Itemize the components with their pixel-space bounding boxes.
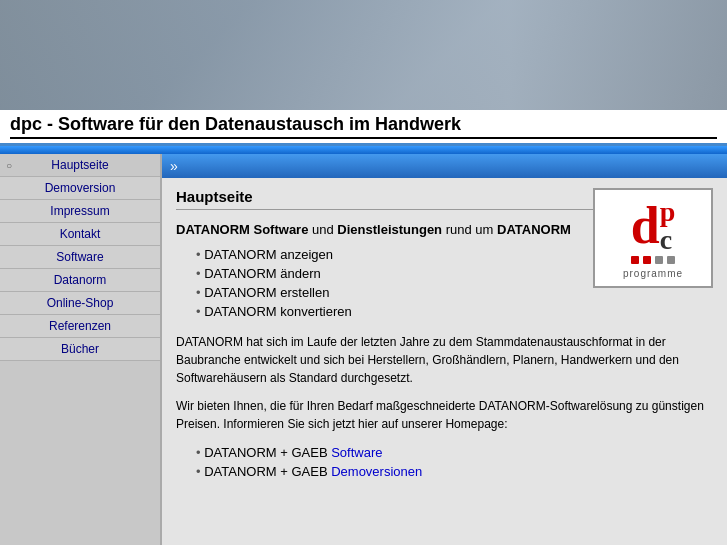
title-bar: dpc - Software für den Datenaustausch im… xyxy=(0,110,727,146)
sidebar: ○ Hauptseite Demoversion Impressum Konta… xyxy=(0,154,160,545)
dpc-dot-3 xyxy=(655,256,663,264)
sidebar-link-datanorm[interactable]: Datanorm xyxy=(54,273,107,287)
subtitle-dienstleistungen: Dienstleistungen xyxy=(337,222,442,237)
paragraph-2: Wir bieten Ihnen, die für Ihren Bedarf m… xyxy=(176,397,713,433)
content-top-bar: » xyxy=(162,154,727,178)
bottom-bullet-1-link[interactable]: Software xyxy=(331,445,382,460)
dpc-dots xyxy=(631,256,675,264)
dpc-right: p c xyxy=(660,198,676,254)
blue-divider xyxy=(0,146,727,154)
sidebar-item-online-shop[interactable]: Online-Shop xyxy=(0,292,160,315)
bottom-bullet-2: DATANORM + GAEB Demoversionen xyxy=(196,462,713,481)
sidebar-item-referenzen[interactable]: Referenzen xyxy=(0,315,160,338)
sidebar-link-referenzen[interactable]: Referenzen xyxy=(49,319,111,333)
bottom-bullet-2-link[interactable]: Demoversionen xyxy=(331,464,422,479)
main-container: ○ Hauptseite Demoversion Impressum Konta… xyxy=(0,154,727,545)
bullet-item-4: DATANORM konvertieren xyxy=(196,302,713,321)
dpc-letter-p: p xyxy=(660,198,676,226)
sidebar-link-impressum[interactable]: Impressum xyxy=(50,204,109,218)
sidebar-link-online-shop[interactable]: Online-Shop xyxy=(47,296,114,310)
bottom-bullet-list: DATANORM + GAEB Software DATANORM + GAEB… xyxy=(196,443,713,481)
dpc-dot-2 xyxy=(643,256,651,264)
sidebar-nav: ○ Hauptseite Demoversion Impressum Konta… xyxy=(0,154,160,361)
dpc-logo: d p c programme xyxy=(593,188,713,288)
sidebar-link-buecher[interactable]: Bücher xyxy=(61,342,99,356)
content-body: d p c programme Hauptseite DATA xyxy=(162,178,727,545)
sidebar-item-software[interactable]: Software xyxy=(0,246,160,269)
dpc-letter-c: c xyxy=(660,226,676,254)
bottom-bullet-2-text: DATANORM + GAEB xyxy=(204,464,331,479)
content-area: » d p c programme xyxy=(160,154,727,545)
chevron-icon: » xyxy=(170,158,178,174)
bottom-bullet-1: DATANORM + GAEB Software xyxy=(196,443,713,462)
sidebar-link-hauptseite[interactable]: Hauptseite xyxy=(51,158,108,172)
dpc-tagline: programme xyxy=(623,268,683,279)
sidebar-item-kontakt[interactable]: Kontakt xyxy=(0,223,160,246)
sidebar-link-software[interactable]: Software xyxy=(56,250,103,264)
dpc-logo-inner: d p c xyxy=(631,198,676,254)
dpc-letter-d: d xyxy=(631,200,660,252)
header-banner xyxy=(0,0,727,110)
subtitle-und: und xyxy=(308,222,337,237)
sidebar-link-kontakt[interactable]: Kontakt xyxy=(60,227,101,241)
sidebar-link-demoversion[interactable]: Demoversion xyxy=(45,181,116,195)
subtitle-rund-um: rund um xyxy=(442,222,497,237)
subtitle-datanorm-software: DATANORM Software xyxy=(176,222,308,237)
subtitle-datanorm2: DATANORM xyxy=(497,222,571,237)
sidebar-item-demoversion[interactable]: Demoversion xyxy=(0,177,160,200)
sidebar-item-impressum[interactable]: Impressum xyxy=(0,200,160,223)
bottom-bullet-1-text: DATANORM + GAEB xyxy=(204,445,331,460)
sidebar-item-datanorm[interactable]: Datanorm xyxy=(0,269,160,292)
sidebar-item-buecher[interactable]: Bücher xyxy=(0,338,160,361)
sidebar-item-hauptseite[interactable]: ○ Hauptseite xyxy=(0,154,160,177)
dpc-dot-4 xyxy=(667,256,675,264)
paragraph-1: DATANORM hat sich im Laufe der letzten J… xyxy=(176,333,713,387)
page-main-title: dpc - Software für den Datenaustausch im… xyxy=(10,114,717,139)
dpc-dot-1 xyxy=(631,256,639,264)
active-bullet: ○ xyxy=(6,160,12,171)
